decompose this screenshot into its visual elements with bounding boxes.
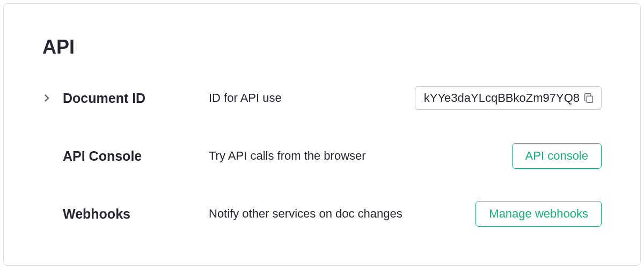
document-id-value: kYYe3daYLcqBBkoZm97YQ8 <box>424 91 580 105</box>
api-console-button[interactable]: API console <box>512 143 602 169</box>
api-console-label: API Console <box>63 148 142 164</box>
section-title: API <box>42 36 602 58</box>
expand-icon[interactable] <box>42 94 63 102</box>
row-document-id: Document ID ID for API use kYYe3daYLcqBB… <box>42 84 602 112</box>
document-id-label: Document ID <box>63 91 145 106</box>
document-id-description: ID for API use <box>209 91 404 105</box>
svg-rect-0 <box>587 96 592 102</box>
api-settings-panel: API Document ID ID for API use kYYe3daYL… <box>3 3 641 266</box>
document-id-value-box[interactable]: kYYe3daYLcqBBkoZm97YQ8 <box>415 86 602 110</box>
row-webhooks: Webhooks Notify other services on doc ch… <box>42 200 602 228</box>
row-api-console: API Console Try API calls from the brows… <box>42 142 602 170</box>
copy-icon[interactable] <box>583 92 595 104</box>
manage-webhooks-button[interactable]: Manage webhooks <box>475 201 602 227</box>
api-console-description: Try API calls from the browser <box>209 149 501 163</box>
webhooks-description: Notify other services on doc changes <box>209 207 465 221</box>
webhooks-label: Webhooks <box>63 206 130 222</box>
